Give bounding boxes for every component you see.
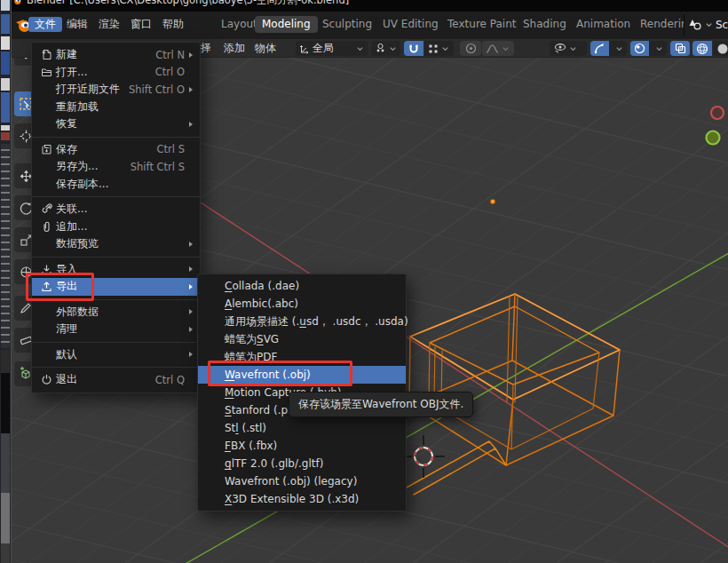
menu-item-label: 另存为...: [56, 159, 98, 174]
menu-item-new[interactable]: 新建 Ctrl N: [32, 46, 200, 64]
menu-shortcut: Ctrl S: [157, 143, 185, 155]
menu-item-open-recent[interactable]: 打开近期文件 Shift Ctrl O: [32, 81, 200, 99]
snap-toggle[interactable]: [404, 41, 423, 56]
menu-item-recover[interactable]: 恢复: [32, 115, 200, 133]
open-folder-icon: [41, 67, 56, 78]
gizmos-dropdown[interactable]: [590, 41, 627, 56]
tab-shading[interactable]: Shading: [516, 16, 574, 33]
transform-orientation-dropdown[interactable]: 全局: [296, 41, 368, 56]
gizmo-arc-icon: [594, 43, 605, 54]
submenu-item-stl[interactable]: Stl (.stl): [198, 419, 406, 437]
tooltip-text: 保存该场景至Wavefront OBJ文件.: [298, 398, 463, 410]
menubar-divider: [684, 14, 684, 36]
menu-shortcut: Shift Ctrl S: [131, 161, 185, 173]
submenu-item-gltf[interactable]: glTF 2.0 (.glb/.gltf): [198, 455, 406, 472]
menu-item-label: 追加...: [56, 219, 87, 234]
menu-separator: [32, 137, 200, 138]
submenu-item-fbx[interactable]: FBX (.fbx): [198, 437, 406, 455]
submenu-item-gp-svg[interactable]: 蜡笔为SVG: [198, 330, 406, 348]
menu-item-open[interactable]: 打开... Ctrl O: [32, 64, 200, 82]
pivot-point-icon: [375, 43, 386, 54]
menu-item-save[interactable]: 保存 Ctrl S: [32, 141, 200, 159]
menu-item-label: 关联...: [56, 202, 87, 217]
scene-selector[interactable]: Scene: [688, 16, 728, 33]
submenu-arrow-icon: [189, 52, 193, 58]
chevron-down-icon: [569, 45, 577, 52]
tab-sculpting[interactable]: Sculpting: [315, 16, 379, 33]
show-gizmo-dropdown[interactable]: [550, 41, 587, 56]
menu-item-label: 打开...: [56, 65, 87, 80]
tab-modeling[interactable]: Modeling: [255, 16, 318, 33]
submenu-item-usd[interactable]: 通用场景描述 (.usd， .usdc， .usda): [198, 313, 406, 330]
menu-separator: [32, 367, 200, 368]
save-icon: [41, 144, 56, 155]
object-origin-dot[interactable]: [490, 199, 495, 204]
tab-uv-editing[interactable]: UV Editing: [376, 16, 446, 33]
proportional-falloff-dropdown[interactable]: [482, 41, 514, 56]
window-title: Blender [C:\Users\CX\Desktop\gong\baoye\…: [27, 0, 349, 7]
chevron-down-icon: [441, 45, 449, 52]
submenu-item-x3d[interactable]: X3D Extensible 3D (.x3d): [198, 490, 406, 508]
submenu-item-label: X3D Extensible 3D (.x3d): [225, 493, 359, 505]
magnet-icon: [408, 44, 419, 54]
chevron-down-icon: [356, 45, 364, 52]
submenu-item-collada[interactable]: Collada (.dae): [198, 277, 406, 295]
xray-icon: [675, 43, 686, 54]
shading-solid-button[interactable]: [713, 41, 728, 56]
menu-item-quit[interactable]: 退出 Ctrl Q: [32, 371, 200, 389]
menu-item-label: 保存: [56, 142, 77, 157]
link-icon: [41, 203, 56, 215]
workspace-tabs: Layout Modeling Sculpting UV Editing Tex…: [12, 12, 684, 39]
menu-item-label: 保存副本...: [56, 177, 108, 192]
tab-rendering[interactable]: Rendering: [633, 16, 684, 33]
solid-sphere-icon: [716, 43, 728, 55]
chevron-down-icon: [655, 45, 663, 52]
menu-item-clean-up[interactable]: 清理: [32, 321, 200, 338]
menu-shortcut: Ctrl Q: [155, 374, 185, 386]
menu-separator: [32, 196, 200, 197]
submenu-item-obj-legacy[interactable]: Wavefront (.obj) (legacy): [198, 472, 406, 490]
shading-wireframe-button[interactable]: [692, 41, 712, 56]
snap-to-dropdown[interactable]: [424, 41, 454, 56]
menu-item-link[interactable]: 关联...: [32, 201, 200, 218]
window-title-bar: Blender [C:\Users\CX\Desktop\gong\baoye\…: [0, 0, 728, 12]
menu-item-save-copy[interactable]: 保存副本...: [32, 176, 200, 194]
menu-item-save-as[interactable]: 另存为... Shift Ctrl S: [32, 158, 200, 176]
submenu-item-label: FBX (.fbx): [225, 440, 277, 452]
tab-animation[interactable]: Animation: [569, 16, 637, 33]
submenu-arrow-icon: [189, 122, 193, 127]
menu-item-external-data[interactable]: 外部数据: [32, 304, 200, 321]
paperclip-icon: [41, 221, 56, 233]
submenu-item-label: glTF 2.0 (.glb/.gltf): [225, 457, 323, 470]
menu-item-data-preview[interactable]: 数据预览: [32, 235, 200, 253]
submenu-item-alembic[interactable]: Alembic(.abc): [198, 295, 406, 313]
submenu-arrow-icon: [189, 352, 193, 357]
nav-gizmo-y-axis-ball[interactable]: [707, 131, 720, 145]
submenu-item-label: 蜡笔为SVG: [225, 332, 279, 347]
overlays-dropdown[interactable]: [630, 41, 667, 56]
orientation-axes-icon: [299, 44, 310, 54]
pivot-point-dropdown[interactable]: [371, 41, 400, 56]
xray-toggle[interactable]: [670, 41, 690, 56]
add-menu[interactable]: 添加: [224, 42, 245, 55]
submenu-arrow-icon: [189, 242, 193, 247]
object-menu[interactable]: 物体: [255, 42, 276, 55]
falloff-curve-icon: [486, 44, 499, 54]
orientation-value: 全局: [313, 41, 334, 56]
nav-gizmo-x-axis-ball[interactable]: [711, 107, 724, 119]
tooltip: 保存该场景至Wavefront OBJ文件.: [289, 392, 473, 417]
file-menu-popup: 新建 Ctrl N 打开... Ctrl O 打开近期文件 Shift Ctrl…: [31, 42, 201, 393]
tab-texture-paint[interactable]: Texture Paint: [440, 16, 523, 33]
menu-separator: [32, 257, 200, 258]
chevron-down-icon: [389, 45, 397, 52]
chevron-down-icon: [615, 45, 623, 52]
proportional-editing-toggle[interactable]: [460, 41, 481, 56]
menu-item-label: 退出: [56, 372, 77, 387]
submenu-item-label: Alembic(.abc): [225, 297, 298, 310]
menu-item-append[interactable]: 追加...: [32, 218, 200, 236]
submenu-item-label: 通用场景描述 (.usd， .usdc， .usda): [225, 314, 408, 329]
top-menu-bar: 文件 编辑 渲染 窗口 帮助 Layout Modeling Sculpting…: [12, 12, 728, 39]
menu-item-defaults[interactable]: 默认: [32, 346, 200, 364]
menu-item-revert[interactable]: 重新加载: [32, 99, 200, 116]
chevron-down-icon: [705, 21, 713, 28]
